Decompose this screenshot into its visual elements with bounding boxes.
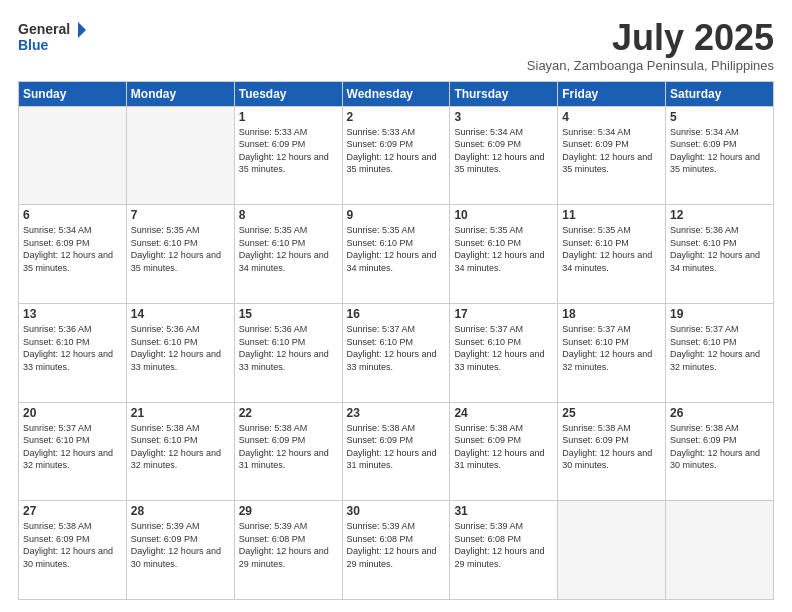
svg-text:Blue: Blue [18,37,49,53]
logo: General Blue [18,18,88,58]
day-cell-3-6: 26Sunrise: 5:38 AMSunset: 6:09 PMDayligh… [666,402,774,501]
week-row-2: 13Sunrise: 5:36 AMSunset: 6:10 PMDayligh… [19,303,774,402]
day-number: 12 [670,208,769,222]
header: General Blue July 2025 Siayan, Zamboanga… [18,18,774,73]
day-cell-2-2: 15Sunrise: 5:36 AMSunset: 6:10 PMDayligh… [234,303,342,402]
day-info: Sunrise: 5:37 AMSunset: 6:10 PMDaylight:… [454,323,553,373]
day-cell-2-5: 18Sunrise: 5:37 AMSunset: 6:10 PMDayligh… [558,303,666,402]
day-number: 4 [562,110,661,124]
week-row-0: 1Sunrise: 5:33 AMSunset: 6:09 PMDaylight… [19,106,774,205]
day-number: 15 [239,307,338,321]
day-number: 10 [454,208,553,222]
month-title: July 2025 [527,18,774,58]
day-info: Sunrise: 5:38 AMSunset: 6:09 PMDaylight:… [239,422,338,472]
day-number: 20 [23,406,122,420]
calendar: Sunday Monday Tuesday Wednesday Thursday… [18,81,774,600]
day-cell-0-4: 3Sunrise: 5:34 AMSunset: 6:09 PMDaylight… [450,106,558,205]
day-cell-1-4: 10Sunrise: 5:35 AMSunset: 6:10 PMDayligh… [450,205,558,304]
day-info: Sunrise: 5:35 AMSunset: 6:10 PMDaylight:… [562,224,661,274]
day-cell-0-0 [19,106,127,205]
header-wednesday: Wednesday [342,81,450,106]
day-number: 29 [239,504,338,518]
day-number: 3 [454,110,553,124]
day-cell-4-5 [558,501,666,600]
day-info: Sunrise: 5:38 AMSunset: 6:09 PMDaylight:… [454,422,553,472]
day-info: Sunrise: 5:39 AMSunset: 6:08 PMDaylight:… [347,520,446,570]
day-cell-0-2: 1Sunrise: 5:33 AMSunset: 6:09 PMDaylight… [234,106,342,205]
day-info: Sunrise: 5:35 AMSunset: 6:10 PMDaylight:… [239,224,338,274]
day-cell-3-1: 21Sunrise: 5:38 AMSunset: 6:10 PMDayligh… [126,402,234,501]
header-monday: Monday [126,81,234,106]
day-info: Sunrise: 5:38 AMSunset: 6:10 PMDaylight:… [131,422,230,472]
svg-text:General: General [18,21,70,37]
day-info: Sunrise: 5:35 AMSunset: 6:10 PMDaylight:… [454,224,553,274]
day-number: 11 [562,208,661,222]
svg-marker-2 [78,22,86,38]
header-tuesday: Tuesday [234,81,342,106]
day-info: Sunrise: 5:36 AMSunset: 6:10 PMDaylight:… [131,323,230,373]
day-number: 6 [23,208,122,222]
header-friday: Friday [558,81,666,106]
day-cell-4-0: 27Sunrise: 5:38 AMSunset: 6:09 PMDayligh… [19,501,127,600]
header-sunday: Sunday [19,81,127,106]
day-number: 7 [131,208,230,222]
day-cell-4-2: 29Sunrise: 5:39 AMSunset: 6:08 PMDayligh… [234,501,342,600]
day-number: 18 [562,307,661,321]
day-cell-3-0: 20Sunrise: 5:37 AMSunset: 6:10 PMDayligh… [19,402,127,501]
day-cell-4-4: 31Sunrise: 5:39 AMSunset: 6:08 PMDayligh… [450,501,558,600]
day-number: 27 [23,504,122,518]
day-cell-2-4: 17Sunrise: 5:37 AMSunset: 6:10 PMDayligh… [450,303,558,402]
day-number: 28 [131,504,230,518]
day-number: 30 [347,504,446,518]
day-cell-1-5: 11Sunrise: 5:35 AMSunset: 6:10 PMDayligh… [558,205,666,304]
day-number: 24 [454,406,553,420]
day-info: Sunrise: 5:37 AMSunset: 6:10 PMDaylight:… [562,323,661,373]
day-info: Sunrise: 5:37 AMSunset: 6:10 PMDaylight:… [670,323,769,373]
day-info: Sunrise: 5:34 AMSunset: 6:09 PMDaylight:… [670,126,769,176]
day-number: 9 [347,208,446,222]
day-info: Sunrise: 5:36 AMSunset: 6:10 PMDaylight:… [239,323,338,373]
day-number: 23 [347,406,446,420]
day-info: Sunrise: 5:33 AMSunset: 6:09 PMDaylight:… [239,126,338,176]
day-number: 1 [239,110,338,124]
day-info: Sunrise: 5:34 AMSunset: 6:09 PMDaylight:… [562,126,661,176]
day-number: 26 [670,406,769,420]
day-cell-1-0: 6Sunrise: 5:34 AMSunset: 6:09 PMDaylight… [19,205,127,304]
week-row-3: 20Sunrise: 5:37 AMSunset: 6:10 PMDayligh… [19,402,774,501]
day-number: 14 [131,307,230,321]
day-cell-4-6 [666,501,774,600]
day-cell-0-1 [126,106,234,205]
day-cell-2-3: 16Sunrise: 5:37 AMSunset: 6:10 PMDayligh… [342,303,450,402]
calendar-header-row: Sunday Monday Tuesday Wednesday Thursday… [19,81,774,106]
day-info: Sunrise: 5:38 AMSunset: 6:09 PMDaylight:… [23,520,122,570]
day-number: 2 [347,110,446,124]
day-cell-1-2: 8Sunrise: 5:35 AMSunset: 6:10 PMDaylight… [234,205,342,304]
day-info: Sunrise: 5:33 AMSunset: 6:09 PMDaylight:… [347,126,446,176]
day-number: 19 [670,307,769,321]
day-cell-3-2: 22Sunrise: 5:38 AMSunset: 6:09 PMDayligh… [234,402,342,501]
header-thursday: Thursday [450,81,558,106]
day-cell-1-1: 7Sunrise: 5:35 AMSunset: 6:10 PMDaylight… [126,205,234,304]
week-row-4: 27Sunrise: 5:38 AMSunset: 6:09 PMDayligh… [19,501,774,600]
day-number: 31 [454,504,553,518]
day-cell-2-0: 13Sunrise: 5:36 AMSunset: 6:10 PMDayligh… [19,303,127,402]
day-cell-2-1: 14Sunrise: 5:36 AMSunset: 6:10 PMDayligh… [126,303,234,402]
day-cell-1-3: 9Sunrise: 5:35 AMSunset: 6:10 PMDaylight… [342,205,450,304]
day-info: Sunrise: 5:38 AMSunset: 6:09 PMDaylight:… [347,422,446,472]
day-cell-0-6: 5Sunrise: 5:34 AMSunset: 6:09 PMDaylight… [666,106,774,205]
day-number: 13 [23,307,122,321]
day-number: 16 [347,307,446,321]
title-block: July 2025 Siayan, Zamboanga Peninsula, P… [527,18,774,73]
day-number: 17 [454,307,553,321]
day-info: Sunrise: 5:38 AMSunset: 6:09 PMDaylight:… [670,422,769,472]
day-info: Sunrise: 5:37 AMSunset: 6:10 PMDaylight:… [347,323,446,373]
day-info: Sunrise: 5:38 AMSunset: 6:09 PMDaylight:… [562,422,661,472]
day-number: 22 [239,406,338,420]
day-info: Sunrise: 5:36 AMSunset: 6:10 PMDaylight:… [670,224,769,274]
day-info: Sunrise: 5:39 AMSunset: 6:08 PMDaylight:… [454,520,553,570]
day-cell-4-1: 28Sunrise: 5:39 AMSunset: 6:09 PMDayligh… [126,501,234,600]
day-cell-4-3: 30Sunrise: 5:39 AMSunset: 6:08 PMDayligh… [342,501,450,600]
day-cell-3-3: 23Sunrise: 5:38 AMSunset: 6:09 PMDayligh… [342,402,450,501]
logo-icon: General Blue [18,18,88,58]
day-info: Sunrise: 5:36 AMSunset: 6:10 PMDaylight:… [23,323,122,373]
